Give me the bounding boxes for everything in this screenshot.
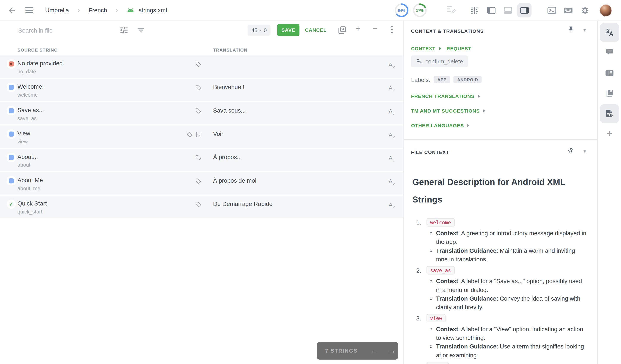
source-string: Welcome! <box>17 83 44 90</box>
filter-icon <box>137 26 145 34</box>
approve-button[interactable]: A✓ <box>387 154 395 162</box>
right-panel-view-button[interactable] <box>517 3 532 17</box>
copy-source-button[interactable] <box>338 26 346 34</box>
panel-options-button[interactable]: ▼ <box>583 28 587 33</box>
table-row[interactable]: Save as... save_as Sava sous... A✓ <box>0 102 403 124</box>
string-info-panel-button[interactable] <box>600 63 619 82</box>
arrow-right-icon: → <box>388 347 396 355</box>
caret-down-icon: ▼ <box>583 149 587 154</box>
circle-bullet-icon <box>430 297 432 300</box>
approve-button[interactable]: A✓ <box>387 200 395 209</box>
next-page-button[interactable]: → <box>388 347 396 354</box>
chevron-right-icon: › <box>78 7 80 13</box>
left-panel-icon <box>486 6 496 15</box>
approve-a-icon: A <box>389 132 392 138</box>
pushpin-icon <box>568 26 574 33</box>
comments-panel-button[interactable] <box>600 42 619 61</box>
remove-string-button[interactable]: − <box>373 24 378 33</box>
user-avatar[interactable] <box>596 4 612 16</box>
filter-button[interactable] <box>137 26 145 34</box>
hamburger-icon <box>25 7 34 13</box>
pin-panel-button[interactable] <box>568 26 574 35</box>
caret-right-icon <box>439 47 441 51</box>
doc-bullet: Translation Guidance: Maintain a warm an… <box>430 246 586 264</box>
approve-a-icon: A <box>389 108 392 114</box>
add-panel-button[interactable]: + <box>600 124 619 143</box>
glossary-book-icon <box>605 89 614 97</box>
list-toolbar: 45 • 0 SAVE CANCEL + − <box>0 21 403 40</box>
approve-a-icon: A <box>389 178 392 185</box>
approve-button[interactable]: A✓ <box>387 84 395 92</box>
approve-a-icon: A <box>389 85 392 91</box>
table-row[interactable]: View view Voir A✓ <box>0 125 403 148</box>
arrow-left-icon: ← <box>370 347 378 355</box>
unpin-file-context-button[interactable] <box>567 147 574 156</box>
panel-tabs: CONTEXT REQUEST <box>411 46 471 52</box>
caret-right-icon <box>467 124 469 127</box>
file-context-panel-button[interactable] <box>600 104 619 123</box>
previous-page-button[interactable]: ← <box>370 347 378 354</box>
tab-request[interactable]: REQUEST <box>447 46 471 52</box>
table-row[interactable]: ✓ Quick Start quick_start De Démarrage R… <box>0 196 403 218</box>
more-options-button[interactable] <box>391 26 393 33</box>
string-key: quick_start <box>17 209 42 215</box>
glossary-panel-button[interactable] <box>600 84 619 103</box>
add-string-button[interactable]: + <box>356 24 361 33</box>
table-row[interactable]: About... about À propos... A✓ <box>0 149 403 171</box>
translated-percent: 64% <box>394 3 409 18</box>
translations-panel-button[interactable] <box>600 23 619 42</box>
breadcrumb-file[interactable]: strings.xml <box>139 7 167 13</box>
translated-progress-ring[interactable]: 64% <box>394 3 409 18</box>
list-number: 2. <box>416 267 427 274</box>
arrow-left-icon <box>7 6 16 15</box>
section-other-languages[interactable]: OTHER LANGUAGES <box>411 123 469 128</box>
search-input[interactable] <box>17 24 168 36</box>
translation-text: Voir <box>213 130 223 137</box>
table-row[interactable]: About Me about_me À propos de moi A✓ <box>0 172 403 194</box>
console-button[interactable] <box>547 6 556 15</box>
cancel-button[interactable]: CANCEL <box>305 24 327 36</box>
approve-button[interactable]: A✓ <box>387 130 395 139</box>
back-button[interactable] <box>7 6 16 15</box>
keyboard-shortcuts-button[interactable] <box>564 6 573 15</box>
approved-progress-ring[interactable]: 17% <box>412 3 427 18</box>
translate-icon <box>605 28 614 37</box>
code-key: save_as <box>427 266 454 274</box>
section-french-translations[interactable]: FRENCH TRANSLATIONS <box>411 93 480 99</box>
source-string: Save as... <box>17 106 44 113</box>
breadcrumb-language[interactable]: French <box>89 7 107 13</box>
tab-context[interactable]: CONTEXT <box>411 46 436 52</box>
approved-percent: 17% <box>412 3 427 18</box>
section-tm-mt-suggestions[interactable]: TM AND MT SUGGESTIONS <box>411 108 485 114</box>
topbar-tools <box>544 4 615 16</box>
caret-down-icon: ▼ <box>583 28 587 33</box>
doc-bullet: Context: A greeting or introductory mess… <box>430 229 586 246</box>
top-bar: Umbrella › French › strings.xml 64% 17% <box>0 0 621 21</box>
circle-bullet-icon <box>430 346 432 348</box>
search-options-button[interactable] <box>120 26 128 34</box>
editor-window: Umbrella › French › strings.xml 64% 17% <box>0 0 621 364</box>
comment-icon <box>605 48 614 56</box>
left-panel-view-button[interactable] <box>484 3 498 17</box>
save-button[interactable]: SAVE <box>277 24 299 36</box>
labels-caption: Labels: <box>411 76 430 83</box>
label-badge-android: ANDROID <box>454 76 482 83</box>
string-key: welcome <box>17 92 38 98</box>
panel-divider <box>404 139 597 140</box>
file-context-document: General Description for Android XML Stri… <box>412 171 592 364</box>
table-row[interactable]: No date provided no_date A✓ <box>0 55 403 78</box>
breadcrumb-project[interactable]: Umbrella <box>45 7 69 13</box>
approve-button[interactable]: A✓ <box>387 107 395 116</box>
settings-button[interactable] <box>580 6 589 15</box>
file-context-options-button[interactable]: ▼ <box>583 149 587 154</box>
table-row[interactable]: Welcome! welcome Bienvenue ! A✓ <box>0 79 403 101</box>
approve-button[interactable]: A✓ <box>387 60 395 69</box>
side-by-side-view-button[interactable] <box>467 3 482 17</box>
avatar <box>600 4 612 16</box>
hamburger-menu-button[interactable] <box>25 7 34 13</box>
bottom-panel-view-button[interactable] <box>501 3 515 17</box>
status-translated-icon <box>9 85 14 90</box>
approve-button[interactable]: A✓ <box>387 177 395 186</box>
string-key-pill[interactable]: confirm_delete <box>411 55 468 67</box>
strings-list-area: 45 • 0 SAVE CANCEL + − SOURCE STRING TRA… <box>0 21 403 364</box>
